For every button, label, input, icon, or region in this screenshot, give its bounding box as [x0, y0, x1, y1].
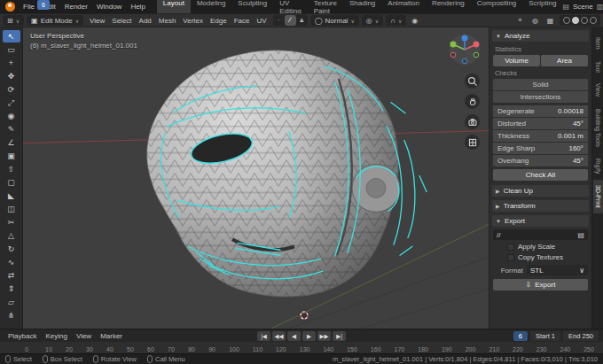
check-row[interactable]: Thickness 0.001 m	[493, 130, 588, 142]
xray-toggle-icon[interactable]: ▦	[544, 17, 556, 25]
tool-button-shear[interactable]: ▱	[3, 296, 20, 308]
tool-button-shrink-fatten[interactable]: ⇕	[3, 283, 20, 295]
transport-button-next-keyframe[interactable]: ▶▶	[317, 331, 331, 341]
transport-button-jump-to-start[interactable]: |◀	[257, 331, 270, 341]
export-path-field[interactable]: // ▤	[493, 229, 588, 240]
zoom-icon[interactable]	[465, 74, 480, 89]
viewport-menu-item[interactable]: UV	[254, 17, 270, 25]
export-section-header[interactable]: ▼ Export	[492, 215, 589, 227]
tool-button-scale[interactable]: ⤢	[3, 97, 20, 109]
start-frame-field[interactable]: Start 1	[530, 331, 560, 341]
camera-view-icon[interactable]	[465, 114, 480, 129]
tool-button-spin[interactable]: ↻	[3, 243, 20, 255]
viewport-menu-item[interactable]: Edge	[207, 17, 231, 25]
viewport-menu-item[interactable]: View	[86, 17, 108, 25]
tool-button-measure[interactable]: ∠	[3, 136, 20, 149]
check-row[interactable]: Degenerate 0.00018	[493, 105, 588, 117]
tool-button-extrude[interactable]: ⇧	[3, 163, 20, 175]
tool-button-rip[interactable]: ⋔	[3, 309, 20, 321]
analyze-section-header[interactable]: ▼ Analyze	[492, 30, 589, 42]
sidebar-tab[interactable]: View	[593, 78, 603, 102]
menu-item[interactable]: File	[19, 2, 39, 12]
check-row[interactable]: Overhang 45°	[493, 155, 588, 167]
navigation-gizmo[interactable]	[447, 32, 482, 69]
viewport-menu-item[interactable]: Vertex	[179, 17, 207, 25]
editor-type-button[interactable]: ⊞ ∨	[3, 15, 24, 26]
tool-button-inset[interactable]: ▢	[3, 176, 20, 189]
gizmos-toggle-icon[interactable]: ⌖	[514, 16, 526, 25]
tool-button-transform[interactable]: ◉	[3, 110, 20, 122]
sidebar-tab[interactable]: Rigify	[593, 153, 603, 180]
select-mode-button-edge[interactable]: ∕	[285, 15, 296, 26]
timeline-menu-item[interactable]: Playback	[4, 332, 40, 340]
material-shading-icon[interactable]	[581, 17, 588, 24]
cleanup-section-header[interactable]: ▶ Clean Up	[492, 185, 589, 197]
check-row[interactable]: Distorted 45°	[493, 118, 588, 129]
tool-button-cursor[interactable]: +	[3, 57, 20, 69]
folder-icon[interactable]: ▤	[577, 231, 584, 239]
tool-button-edge-slide[interactable]: ⇄	[3, 269, 20, 282]
tool-button-tweak[interactable]: ↖	[3, 30, 20, 43]
transform-section-header[interactable]: ▶ Transform	[492, 200, 589, 212]
pan-hand-icon[interactable]	[465, 94, 480, 109]
tool-button-poly-build[interactable]: △	[3, 229, 20, 242]
tool-button-loop-cut[interactable]: ◫	[3, 203, 20, 215]
volume-button[interactable]: Volume	[493, 55, 540, 66]
transport-button-prev-keyframe[interactable]: ◀◀	[272, 331, 286, 341]
sidebar-tab[interactable]: Building Tools	[593, 104, 603, 152]
end-frame-field[interactable]: End 250	[563, 331, 599, 341]
menu-item[interactable]: Render	[60, 2, 92, 12]
view-layer-icon[interactable]: ▥	[597, 3, 603, 11]
tool-button-add-cube[interactable]: ▣	[3, 150, 20, 162]
tool-button-knife[interactable]: ✂	[3, 216, 20, 228]
scene-selector[interactable]: Scene	[573, 3, 593, 11]
transport-button-play-reverse[interactable]: ◀	[287, 331, 301, 341]
3d-viewport[interactable]: User Perspective (6) m_slaver_light_helm…	[23, 27, 489, 329]
transport-button-play[interactable]: ▶	[302, 331, 316, 341]
shading-mode-group	[560, 15, 600, 26]
sidebar-tab[interactable]: 3D-Print	[593, 180, 603, 213]
viewport-menu-item[interactable]: Mesh	[155, 17, 180, 25]
format-dropdown[interactable]: STL ∨	[527, 265, 588, 275]
copy-textures-checkbox[interactable]	[507, 254, 514, 261]
pivot-dropdown[interactable]: ◎ ∨	[362, 15, 383, 26]
sidebar-tab[interactable]: Item	[593, 32, 603, 55]
check-all-button[interactable]: Check All	[493, 169, 588, 181]
tool-button-rotate[interactable]: ⟳	[3, 83, 20, 96]
timeline-menu-item[interactable]: View	[73, 332, 95, 340]
overlays-toggle-icon[interactable]: ◍	[529, 17, 541, 25]
tool-button-move[interactable]: ✥	[3, 70, 20, 82]
viewport-menu-item[interactable]: Face	[231, 17, 254, 25]
apply-scale-checkbox[interactable]	[507, 244, 514, 251]
viewport-menu-item[interactable]: Add	[136, 17, 155, 25]
menu-item[interactable]: Window	[92, 2, 126, 12]
sidebar-tab[interactable]: Tool	[593, 56, 603, 78]
current-frame-field[interactable]: 6	[513, 331, 528, 341]
timeline-menu-item[interactable]: Marker	[97, 332, 126, 340]
mode-dropdown[interactable]: ▣ Edit Mode ∨	[27, 15, 83, 26]
viewport-menu-item[interactable]: Select	[108, 17, 135, 25]
solid-check-button[interactable]: Solid	[493, 79, 588, 90]
perspective-toggle-icon[interactable]	[465, 135, 480, 150]
timeline-ruler[interactable]: 0102030405060708090100110120130140150160…	[0, 342, 603, 353]
blender-logo-icon[interactable]	[5, 2, 15, 12]
rendered-shading-icon[interactable]	[590, 17, 597, 24]
orientation-dropdown[interactable]: ◯ Normal ∨	[310, 15, 359, 26]
transport-button-jump-to-end[interactable]: ▶|	[333, 331, 346, 341]
check-row[interactable]: Edge Sharp 160°	[493, 143, 588, 154]
tool-button-select-box[interactable]: ▭	[3, 43, 20, 56]
proportional-editing-icon[interactable]: ◉	[409, 17, 420, 25]
area-button[interactable]: Area	[541, 55, 588, 66]
wireframe-shading-icon[interactable]	[563, 17, 570, 24]
tool-button-bevel[interactable]: ◣	[3, 190, 20, 202]
playhead[interactable]: 6	[37, 0, 50, 353]
intersections-check-button[interactable]: Intersections	[493, 91, 588, 103]
export-button[interactable]: ⇩ Export	[493, 279, 588, 290]
select-mode-button-face[interactable]: ▲	[296, 15, 308, 26]
snap-dropdown[interactable]: ∩ ∨	[386, 15, 406, 26]
select-mode-button-vertex[interactable]: ∙	[273, 15, 285, 26]
tool-button-smooth[interactable]: ∿	[3, 256, 20, 268]
solid-shading-icon[interactable]	[572, 17, 579, 24]
menu-item[interactable]: Help	[126, 2, 149, 12]
tool-button-annotate[interactable]: ✎	[3, 123, 20, 136]
